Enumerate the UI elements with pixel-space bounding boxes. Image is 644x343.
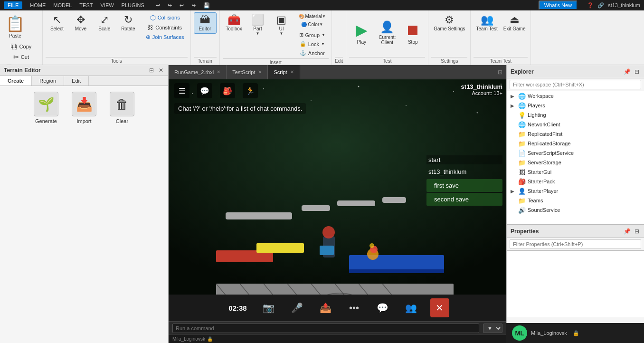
menu-model[interactable]: MODEL [53, 2, 72, 8]
save-icon[interactable]: 💾 [203, 2, 210, 9]
terrain-content: 🌱 Generate 📥 Import 🗑 Clear [0, 86, 168, 130]
tab-script[interactable]: Script ✕ [268, 65, 300, 79]
more-options-button[interactable]: ••• [345, 298, 364, 317]
group-button[interactable]: ⊞ Group ▼ [296, 30, 329, 39]
game-settings-button[interactable]: ⚙ Game Settings [431, 12, 467, 34]
menu-hud-button[interactable]: ☰ [174, 83, 189, 98]
color-button[interactable]: 🔵 Color ▼ [296, 20, 329, 29]
redo-icon[interactable]: ↪ [168, 2, 172, 9]
paste-button[interactable]: 📋 Paste [3, 12, 28, 41]
chat-hud-button[interactable]: 💬 [197, 83, 212, 98]
menu-plugins[interactable]: PLUGINS [122, 2, 144, 8]
insert-label: Insert [223, 58, 329, 65]
tab-script-close[interactable]: ✕ [290, 69, 294, 75]
command-dropdown[interactable]: ▼ [483, 324, 502, 333]
maximize-button[interactable]: ⊡ [494, 69, 506, 76]
tree-item-replicated_first[interactable]: 📁ReplicatedFirst [507, 129, 644, 139]
team-test-button[interactable]: 👥 Team Test [474, 12, 500, 34]
character-hud-button[interactable]: 🏃 [243, 83, 258, 98]
terrain-editor-button[interactable]: 🏔 Editor [194, 12, 217, 34]
people-button[interactable]: 👥 [402, 298, 421, 317]
tree-item-lighting[interactable]: 💡Lighting [507, 110, 644, 120]
clear-tool[interactable]: 🗑 Clear [107, 92, 137, 124]
part-button[interactable]: ⬜ Part ▼ [246, 12, 269, 38]
game-settings-icon: ⚙ [445, 15, 454, 25]
explorer-pin-button[interactable]: 📌 [623, 68, 632, 75]
tree-icon-starter_gui: 🖼 [518, 168, 526, 176]
game-viewport[interactable]: ☰ 💬 🎒 🏃 st13_thinklum Account: 13+ Chat … [169, 79, 506, 295]
collisions-button[interactable]: ⬡ Collisions [142, 12, 188, 23]
command-input[interactable] [172, 324, 479, 333]
redo2-icon[interactable]: ↪ [191, 2, 196, 9]
menu-test[interactable]: TEST [79, 2, 93, 8]
tab-create[interactable]: Create [0, 76, 32, 86]
explorer-search-input[interactable] [510, 80, 641, 89]
properties-search-input[interactable] [510, 239, 641, 249]
cut-button[interactable]: Cut [3, 52, 39, 62]
exit-game-button[interactable]: ⏏ Exit Game [501, 12, 528, 34]
terrain-minimize-button[interactable]: ⊟ [148, 67, 155, 74]
menu-file[interactable]: FILE [4, 1, 22, 9]
tree-chevron-players: ▶ [511, 103, 516, 108]
ribbon: 📋 Paste Copy Cut Duplicate Clipboard [0, 10, 644, 65]
svg-rect-10 [216, 284, 454, 295]
rotate-icon [124, 15, 133, 25]
import-tool[interactable]: 📥 Import [69, 92, 99, 124]
scale-button[interactable]: Scale [93, 12, 116, 34]
tree-item-starter_pack[interactable]: 🎒StarterPack [507, 177, 644, 186]
undo2-icon[interactable]: ↩ [180, 2, 184, 9]
tree-label-lighting: Lighting [528, 112, 546, 118]
properties-pin-button[interactable]: 📌 [623, 228, 632, 235]
tab-test-script-close[interactable]: ✕ [258, 69, 262, 75]
terrain-close-button[interactable]: ✕ [158, 67, 164, 74]
tree-item-server_storage[interactable]: 📁ServerStorage [507, 158, 644, 167]
whats-new-button[interactable]: What's New [539, 0, 578, 10]
tab-region[interactable]: Region [32, 76, 64, 86]
constraints-button[interactable]: ⛓ Constraints [142, 23, 188, 32]
group-label: Group [305, 32, 320, 38]
screen-share-button[interactable]: 📤 [316, 298, 335, 317]
rotate-button[interactable]: Rotate [117, 12, 140, 34]
tree-item-network_client[interactable]: 🌐NetworkClient [507, 120, 644, 129]
tree-item-sound_service[interactable]: 🔊SoundService [507, 205, 644, 215]
toolbox-button[interactable]: 🧰 Toolbox [223, 12, 246, 34]
tab-run-game[interactable]: RunGame_2.rbxl ✕ [169, 65, 227, 79]
tab-run-game-close[interactable]: ✕ [217, 69, 220, 75]
ribbon-section-settings: ⚙ Game Settings Settings [428, 10, 471, 65]
leave-button[interactable]: ✕ [430, 298, 449, 317]
join-surfaces-button[interactable]: ⊕ Join Surfaces [142, 32, 188, 42]
backpack-hud-button[interactable]: 🎒 [220, 83, 235, 98]
tree-item-teams[interactable]: 📁Teams [507, 196, 644, 205]
menu-view[interactable]: VIEW [100, 2, 114, 8]
share-icon[interactable]: 🔗 [597, 2, 604, 9]
mic-button[interactable]: 🎤 [288, 298, 307, 317]
explorer-minimize-button[interactable]: ⊟ [634, 68, 640, 75]
tree-item-replicated_storage[interactable]: 📁ReplicatedStorage [507, 139, 644, 148]
lock-button[interactable]: 🔒 Lock ▼ [296, 39, 329, 48]
select-button[interactable]: Select [46, 12, 68, 34]
current-client-button[interactable]: 👤 Current: Client [375, 12, 399, 54]
generate-tool[interactable]: 🌱 Generate [31, 92, 61, 124]
copy-button[interactable]: Copy [3, 42, 39, 51]
move-button[interactable]: Move [69, 12, 92, 34]
test-label: Test [349, 57, 425, 64]
tree-label-replicated_storage: ReplicatedStorage [528, 141, 571, 146]
tab-test-script[interactable]: TestScript ✕ [227, 65, 268, 79]
camera-button[interactable]: 📷 [259, 298, 278, 317]
play-button[interactable]: ▶ Play [349, 12, 374, 54]
chat-button[interactable]: 💬 [373, 298, 392, 317]
menu-home[interactable]: HOME [30, 2, 46, 8]
tree-item-workspace[interactable]: ▶🌐Workspace [507, 91, 644, 101]
undo-icon[interactable]: ↩ [156, 2, 160, 9]
tree-item-starter_gui[interactable]: 🖼StarterGui [507, 167, 644, 177]
tab-edit[interactable]: Edit [64, 76, 89, 86]
material-button[interactable]: 🎨 Material ▼ [296, 12, 329, 20]
help-icon[interactable]: ❓ [587, 2, 594, 9]
anchor-button[interactable]: ⚓ Anchor [296, 48, 329, 57]
stop-button[interactable]: ⏹ Stop [400, 12, 425, 54]
properties-minimize-button[interactable]: ⊟ [634, 228, 640, 235]
tree-item-server_script_service[interactable]: 📄ServerScriptService [507, 148, 644, 158]
ui-button[interactable]: ▣ UI ▼ [270, 12, 293, 38]
tree-item-players[interactable]: ▶🌐Players [507, 101, 644, 110]
tree-item-starter_player[interactable]: ▶👤StarterPlayer [507, 186, 644, 196]
